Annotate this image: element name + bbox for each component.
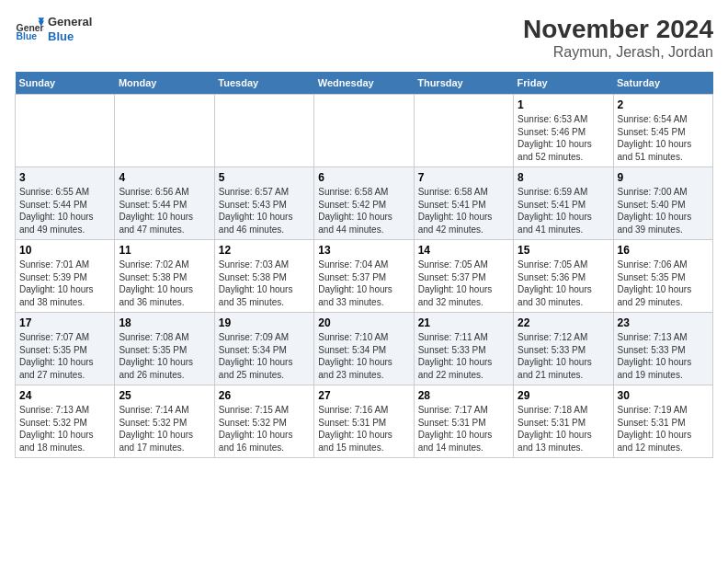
day-number: 5 bbox=[219, 171, 310, 184]
day-info: Sunrise: 7:13 AMSunset: 5:33 PMDaylight:… bbox=[618, 331, 709, 381]
day-number: 30 bbox=[618, 389, 709, 402]
day-info: Sunrise: 6:58 AMSunset: 5:42 PMDaylight:… bbox=[318, 186, 409, 236]
calendar-cell: 2Sunrise: 6:54 AMSunset: 5:45 PMDaylight… bbox=[613, 95, 712, 167]
col-header-saturday: Saturday bbox=[613, 72, 712, 95]
day-info: Sunrise: 7:01 AMSunset: 5:39 PMDaylight:… bbox=[19, 259, 110, 308]
calendar-cell: 24Sunrise: 7:13 AMSunset: 5:32 PMDayligh… bbox=[16, 385, 115, 458]
col-header-monday: Monday bbox=[115, 72, 214, 95]
day-info: Sunrise: 6:56 AMSunset: 5:44 PMDaylight:… bbox=[119, 186, 210, 236]
title-block: November 2024 Raymun, Jerash, Jordan bbox=[523, 15, 713, 61]
day-number: 25 bbox=[119, 389, 210, 402]
day-info: Sunrise: 7:04 AMSunset: 5:37 PMDaylight:… bbox=[318, 259, 409, 308]
calendar-cell: 19Sunrise: 7:09 AMSunset: 5:34 PMDayligh… bbox=[214, 313, 313, 385]
day-number: 1 bbox=[518, 98, 609, 111]
day-number: 3 bbox=[19, 171, 110, 184]
day-number: 4 bbox=[119, 171, 210, 184]
calendar-cell: 23Sunrise: 7:13 AMSunset: 5:33 PMDayligh… bbox=[613, 313, 712, 385]
calendar-table: SundayMondayTuesdayWednesdayThursdayFrid… bbox=[15, 72, 713, 458]
calendar-cell: 30Sunrise: 7:19 AMSunset: 5:31 PMDayligh… bbox=[613, 385, 712, 458]
day-number: 9 bbox=[618, 171, 709, 184]
day-info: Sunrise: 7:16 AMSunset: 5:31 PMDaylight:… bbox=[318, 404, 409, 454]
calendar-cell: 22Sunrise: 7:12 AMSunset: 5:33 PMDayligh… bbox=[514, 313, 613, 385]
calendar-cell: 26Sunrise: 7:15 AMSunset: 5:32 PMDayligh… bbox=[214, 385, 313, 458]
calendar-cell: 29Sunrise: 7:18 AMSunset: 5:31 PMDayligh… bbox=[514, 385, 613, 458]
day-info: Sunrise: 7:14 AMSunset: 5:32 PMDaylight:… bbox=[119, 404, 210, 454]
day-number: 7 bbox=[418, 171, 509, 184]
calendar-cell bbox=[16, 95, 115, 167]
day-info: Sunrise: 7:10 AMSunset: 5:34 PMDaylight:… bbox=[318, 331, 409, 381]
day-number: 11 bbox=[119, 244, 210, 257]
day-info: Sunrise: 7:05 AMSunset: 5:37 PMDaylight:… bbox=[418, 259, 509, 308]
day-info: Sunrise: 6:54 AMSunset: 5:45 PMDaylight:… bbox=[618, 113, 709, 163]
col-header-thursday: Thursday bbox=[414, 72, 513, 95]
day-number: 14 bbox=[418, 244, 509, 257]
day-number: 21 bbox=[418, 316, 509, 329]
page-title: November 2024 bbox=[523, 15, 713, 44]
calendar-cell: 12Sunrise: 7:03 AMSunset: 5:38 PMDayligh… bbox=[214, 240, 313, 313]
col-header-tuesday: Tuesday bbox=[214, 72, 313, 95]
calendar-cell: 7Sunrise: 6:58 AMSunset: 5:41 PMDaylight… bbox=[414, 167, 513, 240]
calendar-cell: 28Sunrise: 7:17 AMSunset: 5:31 PMDayligh… bbox=[414, 385, 513, 458]
calendar-cell: 18Sunrise: 7:08 AMSunset: 5:35 PMDayligh… bbox=[115, 313, 214, 385]
day-info: Sunrise: 7:18 AMSunset: 5:31 PMDaylight:… bbox=[518, 404, 609, 454]
day-number: 23 bbox=[618, 316, 709, 329]
day-info: Sunrise: 6:58 AMSunset: 5:41 PMDaylight:… bbox=[418, 186, 509, 236]
day-number: 29 bbox=[518, 389, 609, 402]
day-number: 18 bbox=[119, 316, 210, 329]
calendar-cell bbox=[414, 95, 513, 167]
calendar-cell: 10Sunrise: 7:01 AMSunset: 5:39 PMDayligh… bbox=[16, 240, 115, 313]
col-header-wednesday: Wednesday bbox=[314, 72, 414, 95]
day-info: Sunrise: 6:57 AMSunset: 5:43 PMDaylight:… bbox=[219, 186, 310, 236]
day-number: 8 bbox=[518, 171, 609, 184]
logo-icon: General Blue bbox=[15, 15, 44, 44]
day-info: Sunrise: 7:11 AMSunset: 5:33 PMDaylight:… bbox=[418, 331, 509, 381]
page-header: General Blue General Blue November 2024 … bbox=[15, 15, 713, 61]
day-info: Sunrise: 7:09 AMSunset: 5:34 PMDaylight:… bbox=[219, 331, 310, 381]
calendar-cell: 13Sunrise: 7:04 AMSunset: 5:37 PMDayligh… bbox=[314, 240, 414, 313]
day-number: 17 bbox=[19, 316, 110, 329]
calendar-cell bbox=[115, 95, 214, 167]
calendar-cell: 1Sunrise: 6:53 AMSunset: 5:46 PMDaylight… bbox=[514, 95, 613, 167]
day-number: 26 bbox=[219, 389, 310, 402]
day-info: Sunrise: 7:00 AMSunset: 5:40 PMDaylight:… bbox=[618, 186, 709, 236]
calendar-cell: 4Sunrise: 6:56 AMSunset: 5:44 PMDaylight… bbox=[115, 167, 214, 240]
day-info: Sunrise: 6:59 AMSunset: 5:41 PMDaylight:… bbox=[518, 186, 609, 236]
col-header-friday: Friday bbox=[514, 72, 613, 95]
day-number: 6 bbox=[318, 171, 409, 184]
calendar-cell bbox=[214, 95, 313, 167]
svg-text:Blue: Blue bbox=[17, 31, 38, 41]
calendar-cell: 17Sunrise: 7:07 AMSunset: 5:35 PMDayligh… bbox=[16, 313, 115, 385]
day-info: Sunrise: 7:19 AMSunset: 5:31 PMDaylight:… bbox=[618, 404, 709, 454]
day-number: 10 bbox=[19, 244, 110, 257]
calendar-cell: 16Sunrise: 7:06 AMSunset: 5:35 PMDayligh… bbox=[613, 240, 712, 313]
day-number: 27 bbox=[318, 389, 409, 402]
calendar-cell: 21Sunrise: 7:11 AMSunset: 5:33 PMDayligh… bbox=[414, 313, 513, 385]
logo-blue-text: Blue bbox=[48, 29, 92, 44]
day-number: 28 bbox=[418, 389, 509, 402]
day-info: Sunrise: 7:17 AMSunset: 5:31 PMDaylight:… bbox=[418, 404, 509, 454]
day-info: Sunrise: 7:15 AMSunset: 5:32 PMDaylight:… bbox=[219, 404, 310, 454]
calendar-cell: 5Sunrise: 6:57 AMSunset: 5:43 PMDaylight… bbox=[214, 167, 313, 240]
logo-general-text: General bbox=[48, 15, 92, 29]
day-info: Sunrise: 7:06 AMSunset: 5:35 PMDaylight:… bbox=[618, 259, 709, 308]
calendar-cell: 11Sunrise: 7:02 AMSunset: 5:38 PMDayligh… bbox=[115, 240, 214, 313]
calendar-cell: 27Sunrise: 7:16 AMSunset: 5:31 PMDayligh… bbox=[314, 385, 414, 458]
day-number: 15 bbox=[518, 244, 609, 257]
day-info: Sunrise: 7:08 AMSunset: 5:35 PMDaylight:… bbox=[119, 331, 210, 381]
col-header-sunday: Sunday bbox=[16, 72, 115, 95]
day-info: Sunrise: 7:03 AMSunset: 5:38 PMDaylight:… bbox=[219, 259, 310, 308]
calendar-cell: 8Sunrise: 6:59 AMSunset: 5:41 PMDaylight… bbox=[514, 167, 613, 240]
day-info: Sunrise: 7:05 AMSunset: 5:36 PMDaylight:… bbox=[518, 259, 609, 308]
day-number: 19 bbox=[219, 316, 310, 329]
day-number: 22 bbox=[518, 316, 609, 329]
day-number: 13 bbox=[318, 244, 409, 257]
day-info: Sunrise: 7:13 AMSunset: 5:32 PMDaylight:… bbox=[19, 404, 110, 454]
calendar-cell: 6Sunrise: 6:58 AMSunset: 5:42 PMDaylight… bbox=[314, 167, 414, 240]
day-info: Sunrise: 7:02 AMSunset: 5:38 PMDaylight:… bbox=[119, 259, 210, 308]
day-number: 20 bbox=[318, 316, 409, 329]
day-info: Sunrise: 7:12 AMSunset: 5:33 PMDaylight:… bbox=[518, 331, 609, 381]
calendar-cell: 15Sunrise: 7:05 AMSunset: 5:36 PMDayligh… bbox=[514, 240, 613, 313]
calendar-cell: 25Sunrise: 7:14 AMSunset: 5:32 PMDayligh… bbox=[115, 385, 214, 458]
calendar-cell: 3Sunrise: 6:55 AMSunset: 5:44 PMDaylight… bbox=[16, 167, 115, 240]
page-subtitle: Raymun, Jerash, Jordan bbox=[523, 44, 713, 61]
